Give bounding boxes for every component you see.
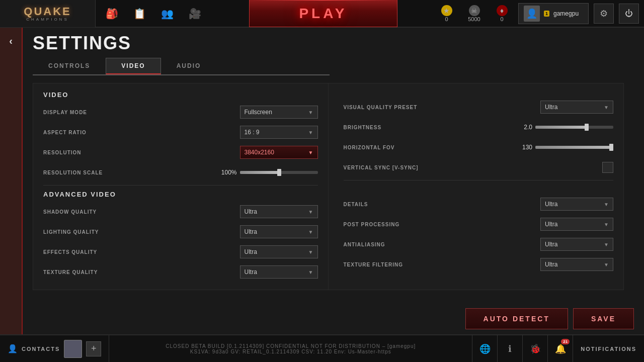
vsync-row: VERTICAL SYNC [V-SYNC]	[344, 160, 614, 175]
gold-icon: ★	[441, 5, 452, 16]
divider	[344, 180, 614, 180]
dropdown-arrow-icon: ▼	[604, 262, 609, 267]
resolution-row: RESOLUTION 3840x2160 ▼	[43, 145, 318, 160]
notif-badge: 21	[561, 339, 570, 344]
avatar: 👤	[524, 6, 540, 22]
aspect-ratio-row: ASPECT RATIO 16 : 9 ▼	[43, 125, 318, 140]
bag-icon[interactable]: 🎒	[106, 8, 118, 20]
group-icon[interactable]: 👥	[161, 8, 174, 20]
visual-quality-label: VISUAL QUALITY PRESET	[344, 105, 418, 110]
logo-area: QUAKE CHAMPIONS	[0, 0, 96, 27]
settings-right: VISUAL QUALITY PRESET Ultra ▼ BRIGHTNESS…	[329, 83, 624, 290]
details-dropdown[interactable]: Ultra ▼	[540, 198, 613, 211]
resolution-scale-slider[interactable]	[240, 171, 318, 174]
display-mode-row: DISPLAY MODE Fullscreen ▼	[43, 105, 318, 120]
video-icon[interactable]: 🎥	[189, 8, 201, 20]
page-title: SETTINGS	[33, 33, 634, 54]
effects-quality-dropdown[interactable]: Ultra ▼	[240, 245, 318, 258]
texture-filtering-dropdown[interactable]: Ultra ▼	[540, 258, 613, 271]
save-button[interactable]: SAVE	[573, 308, 634, 329]
video-section-title: VIDEO	[43, 91, 318, 99]
display-mode-label: DISPLAY MODE	[43, 110, 87, 115]
aspect-ratio-dropdown[interactable]: 16 : 9 ▼	[240, 126, 318, 139]
post-processing-dropdown[interactable]: Ultra ▼	[540, 218, 613, 231]
play-button[interactable]: PLAY	[249, 0, 397, 27]
dropdown-arrow-icon: ▼	[308, 209, 313, 215]
play-label: PLAY	[299, 6, 347, 22]
dropdown-arrow-icon: ▼	[604, 242, 609, 247]
vsync-checkbox[interactable]	[602, 162, 613, 173]
resolution-scale-row: RESOLUTION SCALE 100%	[43, 165, 318, 180]
texture-quality-dropdown[interactable]: Ultra ▼	[240, 265, 318, 279]
red-icon: ♦	[497, 5, 508, 16]
dropdown-arrow-icon: ▼	[604, 202, 609, 207]
tabs-row: CONTROLS VIDEO AUDIO	[33, 58, 330, 75]
dropdown-arrow-icon: ▼	[308, 150, 313, 155]
dropdown-arrow-icon: ▼	[308, 110, 313, 115]
post-processing-label: POST PROCESSING	[344, 222, 400, 227]
currency-gold: ★ 0	[435, 5, 458, 22]
resolution-label: RESOLUTION	[43, 150, 82, 155]
alert-button[interactable]: 🔔 21	[547, 335, 573, 362]
resolution-dropdown[interactable]: 3840x2160 ▼	[240, 146, 318, 159]
lighting-quality-dropdown[interactable]: Ultra ▼	[240, 225, 318, 238]
settings-panel: SETTINGS CONTROLS VIDEO AUDIO VIDEO DISP…	[23, 28, 644, 334]
brightness-value: 2.0	[515, 124, 532, 131]
advanced-section-title: ADVANCED VIDEO	[43, 191, 318, 198]
back-button[interactable]: ‹	[0, 28, 23, 334]
texture-filtering-row: TEXTURE FILTERING Ultra ▼	[344, 257, 614, 272]
settings-left: VIDEO DISPLAY MODE Fullscreen ▼ ASPECT R…	[33, 83, 329, 290]
aspect-ratio-label: ASPECT RATIO	[43, 130, 87, 135]
details-label: DETAILS	[344, 202, 368, 207]
effects-quality-row: EFFECTS QUALITY Ultra ▼	[43, 244, 318, 259]
fov-control: 130	[515, 144, 613, 151]
add-contact-button[interactable]: +	[86, 341, 101, 356]
antialiasing-row: ANTIALIASING Ultra ▼	[344, 237, 614, 252]
brightness-label: BRIGHTNESS	[344, 125, 382, 130]
effects-quality-label: EFFECTS QUALITY	[43, 249, 97, 255]
visual-quality-dropdown[interactable]: Ultra ▼	[540, 101, 613, 114]
power-button[interactable]: ⏻	[619, 4, 639, 24]
vsync-label: VERTICAL SYNC [V-SYNC]	[344, 165, 419, 170]
shadow-quality-row: SHADOW QUALITY Ultra ▼	[43, 204, 318, 219]
contacts-area: 👤 CONTACTS +	[0, 335, 109, 362]
tab-controls[interactable]: CONTROLS	[33, 58, 106, 74]
notifications-area[interactable]: NOTIFICATIONS	[573, 335, 644, 362]
divider	[43, 185, 318, 186]
bug-button[interactable]: 🐞	[522, 335, 547, 362]
dropdown-arrow-icon: ▼	[604, 222, 609, 227]
fov-row: HORIZONTAL FOV 130	[344, 140, 614, 155]
status-line1: CLOSED BETA BUILD [0.1.2114309] CONFIDEN…	[109, 343, 472, 349]
status-area: CLOSED BETA BUILD [0.1.2114309] CONFIDEN…	[109, 343, 472, 354]
skull-value: 5000	[468, 16, 480, 22]
logo-sub: CHAMPIONS	[24, 17, 71, 22]
antialiasing-dropdown[interactable]: Ultra ▼	[540, 238, 613, 251]
dropdown-arrow-icon: ▼	[308, 229, 313, 235]
brightness-row: BRIGHTNESS 2.0	[344, 120, 614, 135]
brightness-slider[interactable]	[535, 126, 613, 129]
profile-area[interactable]: 👤 1 gamegpu	[518, 3, 589, 24]
contacts-label: CONTACTS	[22, 346, 60, 352]
right-nav: ★ 0 ☠ 5000 ♦ 0 👤 1 gamegpu ⚙ ⏻	[435, 3, 644, 24]
nav-icons: 🎒 📋 👥 🎥	[96, 8, 211, 20]
shadow-quality-dropdown[interactable]: Ultra ▼	[240, 205, 318, 218]
info-button[interactable]: ℹ	[497, 335, 522, 362]
red-value: 0	[500, 16, 503, 22]
tab-video[interactable]: VIDEO	[106, 58, 160, 74]
play-btn-wrap: PLAY	[211, 0, 435, 27]
globe-button[interactable]: 🌐	[472, 335, 497, 362]
tab-audio[interactable]: AUDIO	[161, 58, 217, 74]
fov-slider[interactable]	[535, 146, 613, 149]
auto-detect-button[interactable]: AUTO DETECT	[465, 308, 568, 329]
settings-button[interactable]: ⚙	[594, 4, 614, 24]
gold-value: 0	[445, 16, 448, 22]
visual-quality-row: VISUAL QUALITY PRESET Ultra ▼	[344, 100, 614, 115]
scroll-icon[interactable]: 📋	[133, 8, 146, 20]
display-mode-dropdown[interactable]: Fullscreen ▼	[240, 106, 318, 119]
contact-avatar	[64, 340, 82, 358]
action-buttons: AUTO DETECT SAVE	[465, 308, 634, 329]
texture-quality-label: TEXTURE QUALITY	[43, 269, 98, 275]
status-line2: KS1VA: 9d3a0 GV: RETAIL_0.1.2114309 CSV:…	[109, 349, 472, 354]
lighting-quality-label: LIGHTING QUALITY	[43, 229, 99, 235]
dropdown-arrow-icon: ▼	[308, 249, 313, 255]
